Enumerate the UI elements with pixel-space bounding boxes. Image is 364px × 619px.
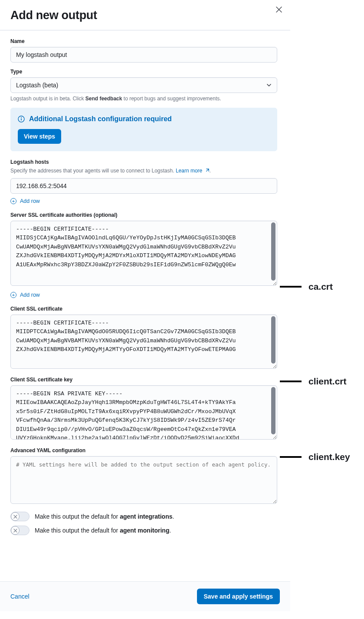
ssl-ca-add-row-button[interactable]: + Add row — [10, 292, 277, 298]
external-link-icon — [205, 168, 210, 173]
callout-title: Additional Logstash configuration requir… — [29, 115, 172, 123]
close-icon — [276, 7, 282, 13]
learn-more-link[interactable]: Learn more — [176, 168, 210, 174]
add-row-label: Add row — [20, 292, 40, 298]
type-help-prefix: Logstash output is in beta. Click — [10, 96, 85, 102]
logstash-config-callout: Additional Logstash configuration requir… — [10, 108, 277, 151]
close-button[interactable] — [274, 4, 284, 15]
annotation-label: client.key — [308, 452, 350, 462]
hosts-input[interactable] — [10, 178, 277, 194]
ssl-cert-textarea[interactable] — [10, 314, 277, 369]
ssl-cert-label: Client SSL certificate — [10, 306, 277, 312]
send-feedback-link[interactable]: Send feedback — [85, 96, 122, 102]
plus-circle-icon: + — [10, 292, 16, 298]
arrow-icon — [280, 456, 302, 458]
close-icon — [13, 515, 17, 519]
hosts-desc-text: Specify the addresses that your agents w… — [10, 168, 176, 174]
name-label: Name — [10, 38, 277, 44]
add-row-label: Add row — [20, 198, 40, 204]
type-help: Logstash output is in beta. Click Send f… — [10, 96, 277, 102]
annotation-ca: ca.crt — [280, 281, 333, 292]
add-output-flyout: Add new output Name Type Logstash (beta)… — [0, 0, 290, 611]
annotation-key: client.key — [280, 452, 350, 462]
default-integrations-toggle[interactable] — [10, 512, 30, 521]
page-title: Add new output — [10, 9, 280, 22]
annotation-label: client.crt — [308, 376, 347, 387]
cancel-button[interactable]: Cancel — [10, 593, 30, 600]
arrow-icon — [280, 381, 302, 382]
close-icon — [13, 529, 17, 533]
default-monitoring-toggle[interactable] — [10, 526, 30, 535]
flyout-header: Add new output — [0, 0, 290, 30]
annotation-label: ca.crt — [308, 281, 333, 292]
save-button[interactable]: Save and apply settings — [197, 589, 280, 604]
arrow-icon — [280, 286, 302, 288]
hosts-add-row-button[interactable]: + Add row — [10, 198, 277, 204]
toggle-knob — [11, 526, 20, 535]
period: . — [210, 168, 211, 174]
info-icon — [18, 116, 25, 122]
view-steps-button[interactable]: View steps — [18, 129, 61, 144]
plus-circle-icon: + — [10, 198, 16, 204]
ssl-key-label: Client SSL certificate key — [10, 377, 277, 383]
toggle-label-monitoring: Make this output the default for agent m… — [35, 527, 171, 534]
hosts-label: Logstash hosts — [10, 159, 277, 165]
type-label: Type — [10, 69, 277, 75]
yaml-label: Advanced YAML configuration — [10, 447, 277, 453]
svg-point-1 — [21, 117, 22, 118]
flyout-footer: Cancel Save and apply settings — [0, 581, 290, 611]
hosts-desc: Specify the addresses that your agents w… — [10, 168, 277, 174]
toggle-knob — [11, 512, 20, 521]
ssl-ca-label: Server SSL certificate authorities (opti… — [10, 212, 277, 218]
name-input[interactable] — [10, 47, 277, 63]
ssl-ca-textarea[interactable] — [10, 221, 277, 286]
flyout-body: Name Type Logstash (beta) Logstash outpu… — [0, 30, 290, 581]
type-help-suffix: to report bugs and suggest improvements. — [122, 96, 221, 102]
svg-rect-2 — [21, 119, 22, 121]
yaml-textarea[interactable] — [10, 456, 277, 504]
toggle-label-integrations: Make this output the default for agent i… — [35, 513, 174, 520]
annotation-cert: client.crt — [280, 376, 347, 387]
ssl-key-textarea[interactable] — [10, 385, 277, 440]
type-select[interactable]: Logstash (beta) — [10, 77, 277, 93]
